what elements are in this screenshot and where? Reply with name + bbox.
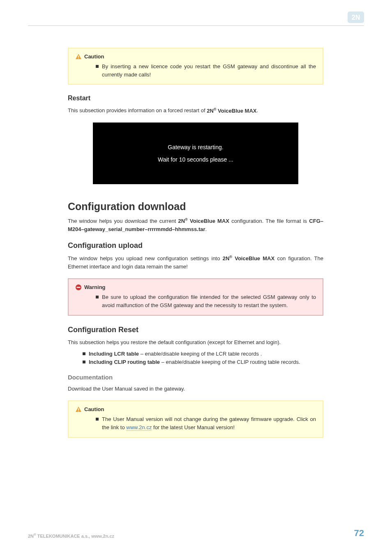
documentation-heading: Documentation: [68, 374, 323, 381]
restart-heading: Restart: [68, 95, 323, 102]
bullet-icon: [96, 296, 99, 298]
config-download-paragraph: The window helps you download the curren…: [68, 217, 323, 234]
cr-item2-label: Including CLIP routing table: [89, 359, 160, 365]
cd-product-suffix: VoiceBlue MAX: [188, 218, 229, 224]
page-content: Caution By inserting a new licence code …: [68, 48, 323, 448]
caution2-post: for the latest User Manual version!: [152, 424, 235, 430]
caution2-text: The User Manual version will not change …: [102, 415, 316, 432]
caution2-title: Caution: [84, 405, 104, 414]
cd-product-prefix: 2N: [178, 218, 185, 224]
svg-rect-5: [78, 408, 79, 410]
footer-brand: 2N: [28, 534, 34, 539]
restart-product-suffix: VoiceBlue MAX: [217, 108, 257, 114]
restart-line-2: Wait for 10 seconds please ...: [158, 156, 233, 163]
config-reset-heading: Configuration Reset: [68, 326, 323, 334]
cr-item2-body: – enable/disable keeping of the CLIP rou…: [160, 359, 300, 365]
warning-text: Be sure to upload the configuration file…: [102, 293, 316, 310]
bullet-icon: [83, 361, 85, 363]
page-footer: 2N® TELEKOMUNIKACE a.s., www.2n.cz 72: [28, 528, 364, 539]
svg-rect-4: [77, 287, 81, 288]
link-2n-cz[interactable]: www.2n.cz: [126, 424, 152, 431]
warning-body: Be sure to upload the configuration file…: [75, 293, 316, 310]
restart-para-post: .: [257, 108, 258, 114]
list-item: Including LCR table – enable/disable kee…: [83, 350, 323, 358]
svg-rect-6: [78, 411, 79, 412]
bullet-icon: [96, 65, 99, 68]
svg-rect-1: [78, 56, 79, 58]
bullet-icon: [96, 418, 99, 421]
config-upload-paragraph: The window helps you upload new configur…: [68, 254, 323, 271]
warning-title: Warning: [84, 283, 106, 291]
caution-body: By inserting a new licence code you rest…: [75, 62, 316, 79]
warning-triangle-icon: [75, 406, 82, 413]
config-download-heading: Configuration download: [68, 201, 323, 213]
caution2-title-row: Caution: [75, 405, 316, 414]
restart-screenshot: Gateway is restarting. Wait for 10 secon…: [93, 123, 298, 184]
caution2-body: The User Manual version will not change …: [75, 415, 316, 432]
cd-para-post: .: [205, 226, 207, 232]
caution-text: By inserting a new licence code you rest…: [102, 62, 316, 79]
footer-company: TELEKOMUNIKACE a.s., www.2n.cz: [36, 534, 114, 539]
no-entry-icon: [75, 284, 82, 291]
brand-logo-text: 2N: [352, 14, 360, 21]
brand-logo: 2N: [348, 12, 364, 23]
warning-title-row: Warning: [75, 283, 316, 291]
cu-product-suffix: VoiceBlue MAX: [232, 255, 274, 261]
cr-item1-body: – enable/disable keeping of the LCR tabl…: [139, 351, 262, 357]
restart-paragraph: This subsection provides information on …: [68, 106, 323, 115]
caution-box-manual: Caution The User Manual version will not…: [68, 400, 323, 437]
caution-title: Caution: [84, 53, 104, 61]
config-reset-list: Including LCR table – enable/disable kee…: [68, 350, 323, 366]
restart-line-1: Gateway is restarting.: [168, 144, 223, 150]
cu-product-prefix: 2N: [223, 255, 230, 261]
bullet-icon: [83, 352, 85, 355]
warning-box-upload: Warning Be sure to upload the configurat…: [68, 278, 323, 315]
cd-para-pre: The window helps you download the curren…: [68, 218, 178, 224]
list-item: Including CLIP routing table – enable/di…: [83, 358, 323, 366]
caution-box-licence: Caution By inserting a new licence code …: [68, 48, 323, 85]
warning-triangle-icon: [75, 53, 82, 60]
config-reset-paragraph: This subsection helps you restore the de…: [68, 338, 323, 347]
cu-para-pre: The window helps you upload new configur…: [68, 255, 223, 261]
config-upload-heading: Configuration upload: [68, 241, 323, 250]
cd-para-mid: configuration. The file format is: [229, 218, 309, 224]
cr-item1-label: Including LCR table: [89, 351, 139, 357]
caution-title-row: Caution: [75, 53, 316, 61]
header-rule: [28, 25, 364, 26]
restart-product-prefix: 2N: [207, 108, 214, 114]
footer-left: 2N® TELEKOMUNIKACE a.s., www.2n.cz: [28, 533, 114, 539]
svg-rect-2: [78, 58, 79, 59]
page-number: 72: [354, 528, 364, 539]
restart-para-pre: This subsection provides information on …: [68, 108, 207, 114]
documentation-paragraph: Download the User Manual saved in the ga…: [68, 385, 323, 393]
